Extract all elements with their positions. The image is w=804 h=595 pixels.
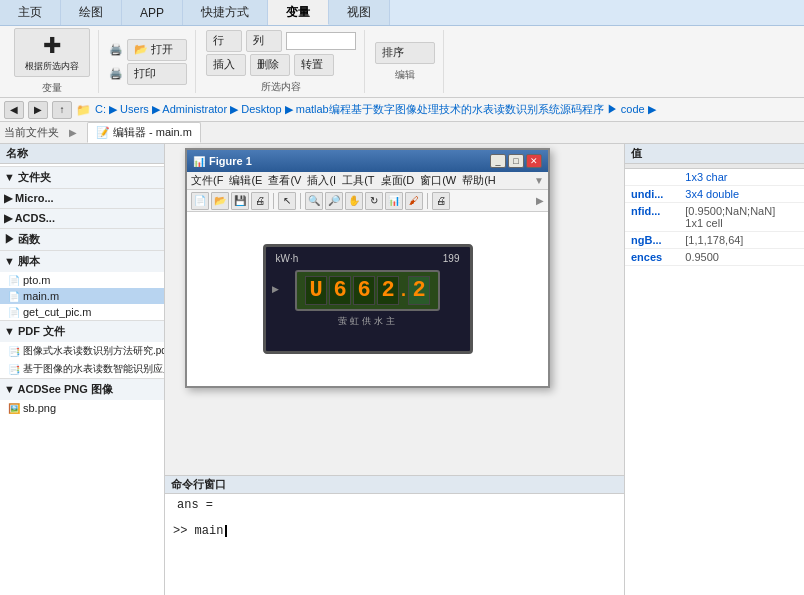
ws-name-4: ences — [625, 249, 679, 266]
section-folder[interactable]: ▼ 文件夹 — [0, 166, 164, 188]
meter-digit-3: 2 — [377, 276, 399, 305]
new-button[interactable]: ✚ 根据所选内容 — [14, 28, 90, 77]
forward-button[interactable]: ▶ — [28, 101, 48, 119]
fig-menu-window[interactable]: 窗口(W — [420, 173, 456, 188]
fig-menu-file[interactable]: 文件(F — [191, 173, 223, 188]
ws-name-0 — [625, 169, 679, 186]
arrange-label: 转置 — [301, 57, 323, 72]
print-button[interactable]: 打印 — [127, 63, 187, 85]
file-main[interactable]: 📄 main.m — [0, 288, 164, 304]
ws-row-2: nfid... [0.9500;NaN;NaN] 1x1 cell — [625, 203, 804, 232]
figure-toolbar: 📄 📂 💾 🖨 ↖ 🔍 🔎 ✋ ↻ 📊 🖌 🖨 ▶ — [187, 190, 548, 212]
fig-tool-zoom-out[interactable]: 🔎 — [325, 192, 343, 210]
meter-digit-4: 2 — [408, 276, 430, 305]
menu-tab-draw[interactable]: 绘图 — [61, 0, 122, 25]
meter-side-label: ▶ — [272, 284, 279, 294]
ws-row-3: ngB... [1,1,178,64] — [625, 232, 804, 249]
workspace-table: 1x3 char undi... 3x4 double nfid... — [625, 164, 804, 266]
back-button[interactable]: ◀ — [4, 101, 24, 119]
ws-row-0: 1x3 char — [625, 169, 804, 186]
cmd-prompt-line[interactable]: >> main — [173, 524, 616, 538]
workspace-panel: 值 1x3 char undi... — [624, 144, 804, 595]
cmd-spacer — [173, 512, 616, 520]
fig-tool-print2[interactable]: 🖨 — [432, 192, 450, 210]
section-acds[interactable]: ▶ ACDS... — [0, 208, 164, 228]
fig-tool-zoom-in[interactable]: 🔍 — [305, 192, 323, 210]
delete-label: 删除 — [257, 57, 279, 72]
editor-tab-main[interactable]: 📝 编辑器 - main.m — [87, 122, 201, 143]
ws-name-2: nfid... — [625, 203, 679, 232]
col-button[interactable]: 列 — [246, 30, 282, 52]
figure-close-button[interactable]: ✕ — [526, 154, 542, 168]
menu-tab-app[interactable]: APP — [122, 0, 183, 25]
expand-icon: ▶ — [69, 127, 77, 138]
fig-tool-brush[interactable]: 🖌 — [405, 192, 423, 210]
open-button[interactable]: 📂 打开 — [127, 39, 187, 61]
ribbon-file-section: 🖨️ 📂 打开 🖨️ 打印 — [101, 30, 196, 93]
fig-tool-print[interactable]: 🖨 — [251, 192, 269, 210]
section-pdf[interactable]: ▼ PDF 文件 — [0, 320, 164, 342]
meter-digit-0: U — [305, 276, 327, 305]
fig-menu-expand[interactable]: ▼ — [534, 175, 544, 186]
print-icon: 🖨️ — [109, 67, 123, 81]
section-micro[interactable]: ▶ Micro... — [0, 188, 164, 208]
fig-tool-rotate[interactable]: ↻ — [365, 192, 383, 210]
file-pto[interactable]: 📄 pto.m — [0, 272, 164, 288]
fig-menu-insert[interactable]: 插入(I — [307, 173, 336, 188]
folder-icon: 📁 — [76, 103, 91, 117]
value-input[interactable] — [286, 32, 356, 50]
figure-icon: 📊 — [193, 156, 205, 167]
fig-tool-pan[interactable]: ✋ — [345, 192, 363, 210]
menu-tab-shortcuts[interactable]: 快捷方式 — [183, 0, 268, 25]
arrange-button[interactable]: 转置 — [294, 54, 334, 76]
path-text[interactable]: C: ▶ Users ▶ Administrator ▶ Desktop ▶ m… — [95, 102, 656, 117]
fig-menu-edit[interactable]: 编辑(E — [229, 173, 262, 188]
figure-minimize-button[interactable]: _ — [490, 154, 506, 168]
ribbon: ✚ 根据所选内容 变量 🖨️ 📂 打开 🖨️ 打印 行 列 — [0, 26, 804, 98]
delete-button[interactable]: 删除 — [250, 54, 290, 76]
sort-button[interactable]: 排序 — [375, 42, 435, 64]
menu-tab-view[interactable]: 视图 — [329, 0, 390, 25]
figure-maximize-button[interactable]: □ — [508, 154, 524, 168]
ws-value-0: 1x3 char — [679, 169, 804, 186]
editor-tab-label: 编辑器 - main.m — [113, 125, 192, 140]
fig-menu-tools[interactable]: 工具(T — [342, 173, 374, 188]
figure-titlebar[interactable]: 📊 Figure 1 _ □ ✕ — [187, 150, 548, 172]
figure-menubar: 文件(F 编辑(E 查看(V 插入(I 工具(T 桌面(D 窗口(W 帮助(H … — [187, 172, 548, 190]
ribbon-sort-section: 排序 编辑 — [367, 30, 444, 93]
fig-tool-cursor[interactable]: ↖ — [278, 192, 296, 210]
center-panel: 📊 Figure 1 _ □ ✕ 文件(F 编辑(E 查看(V 插入(I 工具(… — [165, 144, 624, 595]
workspace-header: 值 — [625, 144, 804, 164]
up-button[interactable]: ↑ — [52, 101, 72, 119]
meter-decimal-dot: . — [401, 280, 406, 301]
menu-tab-home[interactable]: 主页 — [0, 0, 61, 25]
fig-tool-open[interactable]: 📂 — [211, 192, 229, 210]
fig-tool-data[interactable]: 📊 — [385, 192, 403, 210]
fig-menu-desktop[interactable]: 桌面(D — [381, 173, 415, 188]
file-pdf1[interactable]: 📑 图像式水表读数识别方法研究.pdf — [0, 342, 164, 360]
row-button[interactable]: 行 — [206, 30, 242, 52]
file-get-cut-pic[interactable]: 📄 get_cut_pic.m — [0, 304, 164, 320]
insert-button[interactable]: 插入 — [206, 54, 246, 76]
file-icon-pto: 📄 — [8, 275, 20, 286]
fig-tool-new[interactable]: 📄 — [191, 192, 209, 210]
section-label-edit: 编辑 — [395, 68, 415, 82]
section-label-selected: 所选内容 — [261, 80, 301, 94]
fig-menu-view[interactable]: 查看(V — [268, 173, 301, 188]
file-pdf2[interactable]: 📑 基于图像的水表读数智能识别应用研究.pdf — [0, 360, 164, 378]
fig-menu-help[interactable]: 帮助(H — [462, 173, 496, 188]
menu-tab-variables[interactable]: 变量 — [268, 0, 329, 25]
address-bar: ◀ ▶ ↑ 📁 C: ▶ Users ▶ Administrator ▶ Des… — [0, 98, 804, 122]
fig-toolbar-expand[interactable]: ▶ — [536, 195, 544, 206]
section-functions[interactable]: ▶ 函数 — [0, 228, 164, 250]
printer-icon: 🖨️ — [109, 43, 123, 57]
main-layout: 名称 ▼ 文件夹 ▶ Micro... ▶ ACDS... ▶ 函数 ▼ 脚本 … — [0, 144, 804, 595]
fig-tool-save[interactable]: 💾 — [231, 192, 249, 210]
file-sb-png[interactable]: 🖼️ sb.png — [0, 400, 164, 416]
menu-bar: 主页 绘图 APP 快捷方式 变量 视图 — [0, 0, 804, 26]
section-png[interactable]: ▼ ACDSee PNG 图像 — [0, 378, 164, 400]
ws-value-2: [0.9500;NaN;NaN] 1x1 cell — [679, 203, 804, 232]
section-scripts[interactable]: ▼ 脚本 — [0, 250, 164, 272]
command-window-content[interactable]: ans = >> main — [165, 494, 624, 595]
file-name-get-cut-pic: get_cut_pic.m — [23, 306, 91, 318]
